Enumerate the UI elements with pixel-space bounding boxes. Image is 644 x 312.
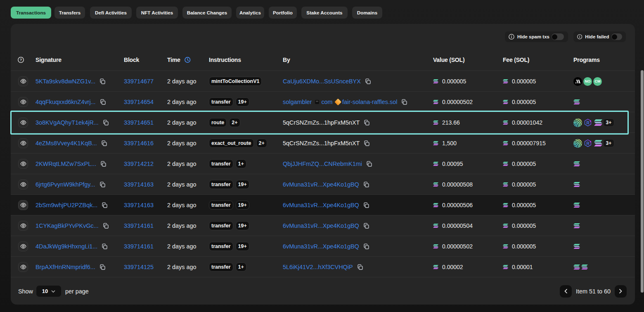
svg-text:?: ?	[20, 58, 22, 62]
